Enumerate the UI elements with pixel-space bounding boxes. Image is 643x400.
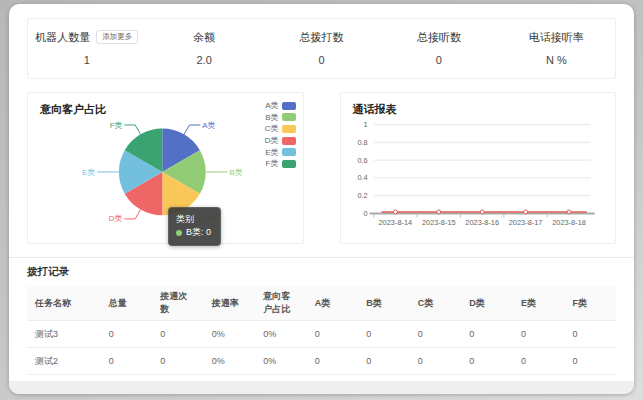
pie-label-line-F类 [124,125,140,134]
add-more-robots-button[interactable]: 添加更多 [96,30,138,44]
table-row-0[interactable]: 测试3000%0%000000 [27,321,616,348]
y-tick-label-1: 1 [363,120,367,129]
page-footer [9,381,634,394]
stat-value: 0 [380,54,497,66]
legend-label: E类 [265,147,278,158]
data-point-2023-8-16[interactable] [480,210,484,214]
data-point-2023-8-15[interactable] [436,210,440,214]
cell-接通次数: 0 [152,321,204,348]
y-tick-label-0.6: 0.6 [357,156,367,165]
x-tick-label-2023-8-18: 2023-8-18 [552,218,586,227]
y-tick-label-0.2: 0.2 [357,191,367,200]
cell-C类: 0 [410,348,462,375]
legend-item-A类[interactable]: A类 [265,100,296,112]
legend-color-chip [282,137,296,145]
stats-card: 机器人数量添加更多1余额2.0总拨打数0总接听数0电话接听率N % [27,18,616,79]
stat-value: 0 [263,54,380,66]
cell-F类: 0 [564,348,616,375]
tooltip-series-dot [176,230,182,236]
cell-接通率: 0% [204,321,256,348]
x-tick-label-2023-8-15: 2023-8-15 [421,218,455,227]
column-header-接通率: 接通率 [204,286,256,321]
table-row-1[interactable]: 测试2000%0%000000 [27,348,616,375]
legend-item-C类[interactable]: C类 [265,123,296,135]
legend-label: D类 [265,135,279,146]
cell-D类: 0 [461,321,513,348]
stat-label: 余额 [193,30,215,45]
stat-value: 2.0 [145,54,262,66]
column-header-A类: A类 [307,286,359,321]
legend-color-chip [282,148,296,156]
cell-A类: 0 [307,321,359,348]
data-point-2023-8-18[interactable] [567,210,571,214]
stat-label: 机器人数量 [35,30,90,45]
column-header-总量: 总量 [101,286,153,321]
records-title: 拨打记录 [27,265,616,279]
pie-panel-title: 意向客户占比 [40,102,106,117]
column-header-意向客户占比: 意向客户占比 [255,286,307,321]
intent-pie-panel: 意向客户占比 A类B类C类D类E类F类 A类B类C类D类E类F类 类别 B类: … [27,92,304,244]
cell-D类: 0 [461,348,513,375]
x-tick-label-2023-8-16: 2023-8-16 [465,218,499,227]
data-point-2023-8-17[interactable] [523,210,527,214]
cell-F类: 0 [564,321,616,348]
call-report-panel: 通话报表 10.80.60.40.202023-8-142023-8-15202… [340,92,617,244]
pie-label-line-A类 [184,125,200,134]
stat-item-1: 余额2.0 [145,29,262,66]
stat-label: 总接听数 [417,30,461,45]
cell-总量: 0 [101,321,153,348]
cell-B类: 0 [358,321,410,348]
pie-tooltip: 类别 B类: 0 [168,207,221,246]
legend-label: B类 [265,112,278,123]
legend-item-D类[interactable]: D类 [265,135,296,147]
cell-E类: 0 [513,348,565,375]
legend-item-F类[interactable]: F类 [265,158,296,170]
y-tick-label-0: 0 [363,209,367,218]
column-header-E类: E类 [513,286,565,321]
stat-label: 电话接听率 [529,30,584,45]
tooltip-header: 类别 [176,213,211,226]
cell-C类: 0 [410,321,462,348]
column-header-B类: B类 [358,286,410,321]
cell-意向客户占比: 0% [255,348,307,375]
stat-item-4: 电话接听率N % [498,29,615,66]
charts-row: 意向客户占比 A类B类C类D类E类F类 A类B类C类D类E类F类 类别 B类: … [27,92,616,244]
legend-color-chip [282,160,296,168]
cell-接通率: 0% [204,348,256,375]
stat-item-2: 总拨打数0 [263,29,380,66]
table-header-row: 任务名称总量接通次数接通率意向客户占比A类B类C类D类E类F类 [27,286,616,321]
line-panel-title: 通话报表 [353,102,397,117]
cell-接通次数: 0 [152,348,204,375]
pie-label-E类: E类 [82,168,95,177]
dial-records-section: 拨打记录 任务名称总量接通次数接通率意向客户占比A类B类C类D类E类F类 测试3… [9,257,634,394]
tooltip-value-text: B类: 0 [186,226,211,239]
x-tick-label-2023-8-17: 2023-8-17 [508,218,542,227]
stat-item-3: 总接听数0 [380,29,497,66]
pie-label-D类: D类 [109,214,123,223]
legend-color-chip [282,113,296,121]
column-header-C类: C类 [410,286,462,321]
legend-item-E类[interactable]: E类 [265,146,296,158]
cell-任务名称: 测试2 [27,348,101,375]
stat-item-0: 机器人数量添加更多1 [28,29,145,66]
cell-A类: 0 [307,348,359,375]
pie-label-F类: F类 [110,121,123,130]
legend-label: A类 [265,100,278,111]
pie-label-line-D类 [124,210,140,219]
legend-label: C类 [265,123,279,134]
pie-label-B类: B类 [229,168,242,177]
column-header-任务名称: 任务名称 [27,286,101,321]
legend-item-B类[interactable]: B类 [265,112,296,124]
y-tick-label-0.8: 0.8 [357,138,367,147]
cell-总量: 0 [101,348,153,375]
data-point-2023-8-14[interactable] [393,210,397,214]
cell-意向客户占比: 0% [255,321,307,348]
column-header-F类: F类 [564,286,616,321]
pie-legend: A类B类C类D类E类F类 [265,100,296,170]
cell-任务名称: 测试3 [27,321,101,348]
x-tick-label-2023-8-14: 2023-8-14 [378,218,412,227]
stat-value: 1 [28,54,145,66]
stat-label: 总拨打数 [300,30,344,45]
legend-label: F类 [266,158,279,169]
dashboard-page: 机器人数量添加更多1余额2.0总拨打数0总接听数0电话接听率N % 意向客户占比… [9,4,634,394]
